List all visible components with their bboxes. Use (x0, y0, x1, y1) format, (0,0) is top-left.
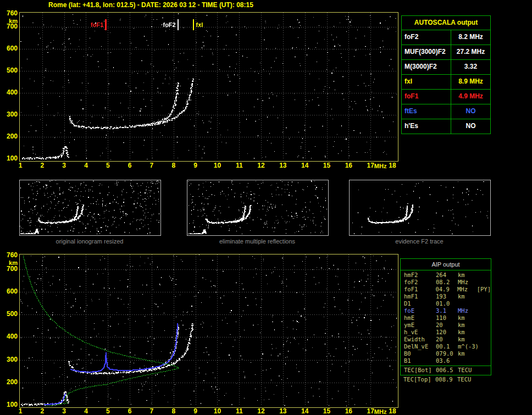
x-tick-label: 10 (214, 408, 221, 415)
x-tick-label: 7 (150, 408, 154, 415)
x-axis-unit-label: MHz (374, 163, 387, 170)
aip-row-note (478, 343, 491, 350)
autoscala-row-label: MUF(3000)F2 (402, 45, 451, 59)
aip-divider (401, 366, 491, 366)
thumbnail-eliminate-canvas (187, 180, 327, 234)
aip-row-value: 079.0 (436, 350, 458, 357)
thumbnail-original-ionogram (19, 180, 161, 236)
autoscala-row-M(3000)F2: M(3000)F23.32 (402, 60, 490, 75)
thumbnail-original-canvas (20, 180, 159, 234)
autoscala-row-label: h'Es (402, 119, 451, 134)
x-tick-label: 17 (367, 162, 374, 169)
aip-row-DelN_vE: DelN_vE00.1m^(-3) (401, 343, 491, 350)
aip-output-panel: AIP output hmF2264kmfoF208.2MHzfoF104.9M… (400, 258, 491, 375)
aip-row-ymE: ymE20km (401, 322, 491, 329)
thumbnail-evidence-f2 (349, 180, 491, 236)
aip-row-unit (458, 357, 478, 364)
autoscala-row-label: fxI (402, 75, 451, 89)
aip-row-value: 264 (436, 272, 458, 279)
aip-row-note (478, 336, 491, 343)
x-tick-label: 14 (301, 162, 308, 169)
x-tick-label: 18 (389, 408, 396, 415)
y-tick-label: 300 (2, 356, 18, 363)
aip-row-hmF1: hmF1193km (401, 293, 491, 300)
autoscala-row-value: NO (451, 104, 490, 119)
ionogram-bottom-canvas (20, 254, 397, 406)
aip-output-header: AIP output (401, 259, 491, 270)
aip-row-note (478, 293, 491, 300)
aip-row-unit: MHz (458, 307, 478, 314)
y-tick-label: 200 (2, 379, 18, 386)
autoscala-output-rows: foF28.2 MHzMUF(3000)F227.2 MHzM(3000)F23… (402, 30, 490, 134)
tec-row-value: 006.5 (436, 367, 458, 374)
x-tick-label: 9 (193, 162, 197, 169)
x-tick-label: 17 (367, 408, 374, 415)
x-tick-label: 10 (214, 162, 221, 169)
aip-tec-top-row: TEC[Top]008.9TECU (400, 376, 494, 383)
autoscala-row-label: foF2 (402, 30, 451, 45)
aip-row-note (478, 357, 491, 364)
autoscala-row-h'Es: h'EsNO (402, 119, 490, 134)
thumbnail-caption-eliminate: eliminate multiple reflections (219, 238, 295, 245)
aip-row-value: 20 (436, 336, 458, 343)
marker-label-foF2: foF2 (152, 21, 176, 28)
aip-row-unit: km (458, 314, 478, 322)
aip-row-Ewidth: Ewidth20km (401, 336, 491, 343)
autoscala-row-value: 4.9 MHz (451, 90, 490, 104)
x-tick-label: 8 (171, 408, 175, 415)
aip-row-value: 3.1 (436, 307, 458, 314)
aip-row-label: D1 (404, 300, 436, 307)
x-tick-label: 14 (301, 408, 308, 415)
aip-row-value: 110 (436, 314, 458, 322)
aip-row-hmF2: hmF2264km (401, 272, 491, 279)
aip-row-label: h_vE (404, 329, 436, 336)
aip-row-unit: km (458, 329, 478, 336)
x-tick-label: 15 (323, 162, 330, 169)
autoscala-row-foF2: foF28.2 MHz (402, 30, 490, 45)
autoscala-row-value: 8.9 MHz (451, 75, 490, 89)
x-tick-label: 2 (40, 162, 44, 169)
autoscala-row-value: NO (451, 119, 490, 134)
x-tick-label: 3 (62, 408, 66, 415)
x-tick-label: 18 (389, 162, 396, 169)
aip-row-D1: D101.0 (401, 300, 491, 307)
autoscala-row-value: 3.32 (451, 60, 490, 74)
aip-row-label: DelN_vE (404, 343, 436, 350)
autoscala-row-ftEs: ftEsNO (402, 104, 490, 119)
aip-row-label: hmE (404, 314, 436, 322)
aip-row-value: 04.9 (435, 286, 457, 293)
marker-label-foF1: foF1 (79, 21, 103, 28)
aip-row-unit: km (458, 336, 478, 343)
aip-row-value: 08.2 (436, 279, 458, 286)
y-tick-label: 400 (2, 333, 18, 340)
y-axis-unit-label: km (2, 259, 18, 267)
aip-row-foF2: foF208.2MHz (401, 279, 491, 286)
autoscala-row-fxI: fxI8.9 MHz (402, 75, 490, 90)
x-tick-label: 13 (279, 162, 286, 169)
x-tick-label: 11 (236, 162, 243, 169)
x-tick-label: 11 (236, 408, 243, 415)
y-tick-label: 760 (2, 10, 18, 17)
thumbnail-eliminate-reflections (187, 180, 329, 236)
x-tick-label: 6 (128, 162, 132, 169)
autoscala-window: Rome (lat: +41.8, lon: 012.5) - DATE: 20… (0, 0, 532, 415)
aip-row-value: 01.0 (436, 300, 458, 307)
aip-row-note (478, 350, 491, 357)
thumbnail-caption-original: original ionogram resized (56, 238, 124, 245)
y-tick-label: 600 (2, 288, 18, 295)
y-tick-label: 500 (2, 67, 18, 74)
aip-row-unit: m^(-3) (458, 343, 478, 350)
aip-row-unit: km (458, 322, 478, 329)
aip-row-value: 03.6 (436, 357, 458, 364)
aip-row-note: [PY] (477, 286, 491, 293)
aip-row-h_vE: h_vE120km (401, 329, 491, 336)
aip-row-label: B1 (404, 357, 436, 364)
autoscala-row-MUF(3000)F2: MUF(3000)F227.2 MHz (402, 45, 490, 60)
aip-row-note (478, 307, 491, 314)
aip-row-unit: km (458, 350, 478, 357)
aip-row-unit: MHz (457, 286, 477, 293)
aip-row-unit (458, 300, 478, 307)
x-tick-label: 8 (171, 162, 175, 169)
aip-output-rows: hmF2264kmfoF208.2MHzfoF104.9MHz[PY]hmF11… (401, 272, 491, 364)
aip-row-note (478, 272, 491, 279)
